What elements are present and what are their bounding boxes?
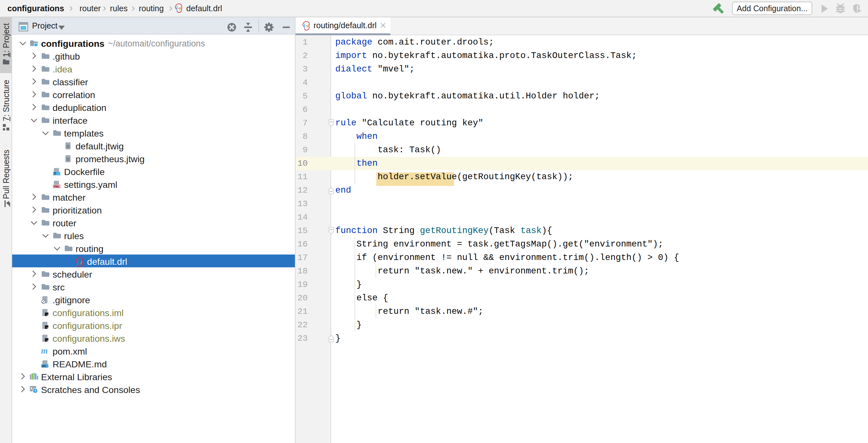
svg-text:YML: YML: [53, 185, 60, 188]
svg-text:D: D: [54, 172, 56, 175]
svg-text:MD: MD: [42, 365, 46, 368]
svg-text:m: m: [41, 346, 48, 355]
